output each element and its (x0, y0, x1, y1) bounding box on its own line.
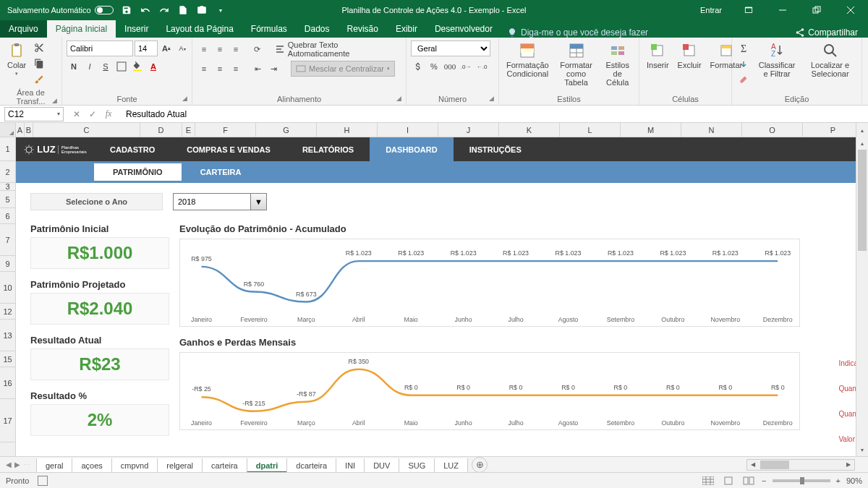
cell-styles-button[interactable]: Estilos de Célula (600, 40, 634, 88)
newfile-icon[interactable] (177, 4, 189, 16)
align-center[interactable]: ≡ (213, 61, 227, 76)
copy-button[interactable] (32, 56, 46, 71)
tab-file[interactable]: Arquivo (0, 20, 47, 38)
maximize-button[interactable] (800, 0, 833, 20)
paste-button[interactable]: Colar ▾ (4, 40, 29, 78)
sheet-tab[interactable]: carteira (202, 458, 247, 473)
camera-icon[interactable] (196, 4, 208, 16)
autosave-toggle[interactable]: Salvamento Automático (7, 6, 114, 14)
sheet-tab[interactable]: LUZ (434, 458, 468, 473)
page-break-view-button[interactable] (741, 475, 756, 487)
sheet-tab[interactable]: cmpvnd (111, 458, 158, 473)
sheet-tab[interactable]: INI (336, 458, 365, 473)
redo-icon[interactable] (158, 4, 170, 16)
next-sheet-button[interactable]: ▶ (14, 461, 20, 468)
row-header[interactable]: 17 (0, 399, 15, 442)
sheet-tab[interactable]: SUG (399, 458, 435, 473)
align-left[interactable]: ≡ (197, 61, 211, 76)
number-dialog-launcher[interactable]: ◢ (489, 95, 494, 102)
column-header[interactable]: F (195, 123, 256, 137)
increase-decimal[interactable]: .0→ (459, 59, 473, 74)
toggle-switch[interactable] (95, 6, 114, 14)
add-sheet-button[interactable]: ⊕ (472, 457, 488, 473)
row-header[interactable]: 3 (0, 183, 15, 191)
tell-me-search[interactable]: Diga-me o que você deseja fazer (507, 27, 648, 38)
delete-cells-button[interactable]: Excluir (675, 40, 705, 71)
row-header[interactable]: 13 (0, 320, 15, 351)
column-header[interactable]: H (317, 123, 378, 137)
page-layout-view-button[interactable] (721, 475, 736, 487)
formula-input[interactable] (122, 109, 868, 119)
column-header[interactable]: I (378, 123, 438, 137)
dashboard-menu-item[interactable]: COMPRAS E VENDAS (171, 137, 286, 161)
dashboard-subtab[interactable]: PATRIMÔNIO (94, 163, 182, 181)
ribbon-options-icon[interactable] (732, 0, 765, 20)
column-header[interactable]: P (803, 123, 864, 137)
year-select[interactable]: 2018 ▼ (173, 193, 267, 210)
scroll-right-button[interactable]: ▶ (843, 461, 854, 468)
font-name-select[interactable] (67, 40, 133, 56)
zoom-out-button[interactable]: − (762, 476, 766, 485)
comma-button[interactable]: 000 (443, 59, 457, 74)
sheet-tab[interactable]: relgeral (157, 458, 203, 473)
clipboard-dialog-launcher[interactable]: ◢ (52, 97, 57, 104)
font-size-select[interactable] (135, 40, 158, 56)
increase-font-button[interactable]: A▴ (159, 41, 174, 56)
dashboard-subtab[interactable]: CARTEIRA (182, 163, 260, 181)
scroll-up-button[interactable]: ▴ (856, 137, 868, 150)
zoom-value[interactable]: 90% (846, 476, 862, 485)
fill-color-button[interactable] (130, 59, 145, 74)
column-header[interactable]: O (742, 123, 803, 137)
row-header[interactable]: 16 (0, 367, 15, 399)
sort-filter-button[interactable]: AZ Classificar e Filtrar (754, 40, 800, 80)
qat-more-icon[interactable]: ▾ (215, 4, 226, 16)
tab-view[interactable]: Exibir (387, 20, 426, 38)
close-button[interactable] (834, 0, 867, 20)
dashboard-menu-item[interactable]: RELATÓRIOS (286, 137, 370, 161)
prev-sheet-button[interactable]: ◀ (6, 461, 12, 468)
zoom-in-button[interactable]: + (836, 476, 841, 485)
tab-layout[interactable]: Layout da Página (157, 20, 242, 38)
macro-record-button[interactable] (38, 476, 48, 486)
sheet-tab[interactable]: açoes (72, 458, 111, 473)
tab-formulas[interactable]: Fórmulas (242, 20, 296, 38)
number-format-select[interactable]: Geral (411, 40, 490, 56)
column-header[interactable]: L (560, 123, 621, 137)
clear-button[interactable] (736, 72, 751, 87)
wrap-text-button[interactable]: Quebrar Texto Automaticamente (275, 40, 401, 58)
sheet-tab[interactable]: geral (36, 458, 72, 473)
column-header[interactable]: E (182, 123, 195, 137)
decrease-font-button[interactable]: A▾ (175, 41, 190, 56)
row-header[interactable]: 10 (0, 272, 15, 304)
insert-cells-button[interactable]: Inserir (644, 40, 672, 71)
align-bottom[interactable]: ≡ (229, 42, 243, 56)
column-header[interactable]: K (499, 123, 560, 137)
align-right[interactable]: ≡ (229, 61, 243, 76)
row-header[interactable]: 2 (0, 161, 15, 183)
alignment-dialog-launcher[interactable]: ◢ (396, 95, 401, 102)
undo-icon[interactable] (140, 4, 151, 16)
underline-button[interactable]: S (98, 59, 113, 74)
percent-button[interactable]: % (427, 59, 441, 74)
zoom-slider[interactable] (773, 479, 830, 482)
column-header[interactable]: B (25, 123, 33, 137)
dashboard-menu-item[interactable]: INSTRUÇÕES (454, 137, 537, 161)
italic-button[interactable]: I (82, 59, 97, 74)
align-middle[interactable]: ≡ (213, 42, 227, 56)
scroll-left-button[interactable]: ◀ (747, 461, 759, 468)
tab-review[interactable]: Revisão (339, 20, 387, 38)
fill-button[interactable] (736, 57, 751, 72)
horizontal-scrollbar[interactable]: ◀ ▶ (746, 459, 855, 471)
row-header[interactable]: 6 (0, 208, 15, 224)
sheet-tab[interactable]: dpatri (247, 458, 288, 473)
select-all-corner[interactable] (0, 123, 16, 137)
row-header[interactable]: 5 (0, 191, 15, 208)
normal-view-button[interactable] (701, 475, 715, 487)
orientation-button[interactable]: ⟳ (250, 42, 265, 56)
scroll-collapse[interactable]: ▴ (856, 123, 868, 137)
tab-data[interactable]: Dados (296, 20, 339, 38)
column-header[interactable]: G (256, 123, 317, 137)
scroll-thumb[interactable] (858, 150, 867, 251)
bold-button[interactable]: N (67, 59, 81, 74)
dashboard-menu-item[interactable]: DASHBOARD (370, 137, 454, 161)
